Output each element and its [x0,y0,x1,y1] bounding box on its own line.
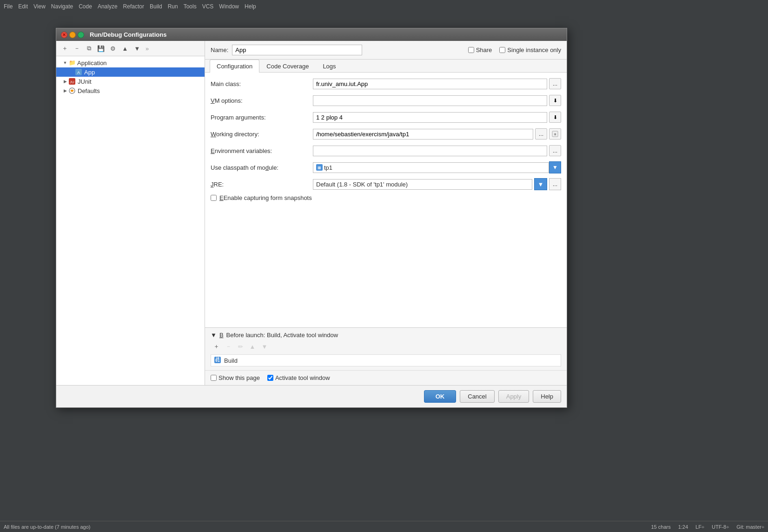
menu-help[interactable]: Help [245,3,256,10]
settings-config-button[interactable]: ⚙ [107,43,119,54]
remove-config-button[interactable]: － [71,43,82,54]
tree-item-junit[interactable]: ▶ JU JUnit [56,77,205,86]
jre-value: Default (1.8 - SDK of 'tp1' module) [316,181,408,188]
vm-options-input[interactable] [313,95,547,106]
working-dir-label: Working directory: [211,131,313,138]
svg-text:A: A [77,70,80,75]
tree-item-defaults[interactable]: ▶ Defaults [56,86,205,95]
launch-edit-button[interactable]: ✏ [235,341,246,352]
vm-options-expand-button[interactable]: ⬇ [549,95,561,106]
share-checkbox[interactable] [468,47,474,53]
move-up-button[interactable]: ▲ [119,43,131,54]
menu-vcs[interactable]: VCS [202,3,214,10]
single-instance-checkbox[interactable] [499,47,505,53]
menu-navigate[interactable]: Navigate [51,3,73,10]
working-dir-row: Working directory: … ⊞ [211,127,561,140]
classpath-value: tp1 [324,164,332,171]
launch-up-button[interactable]: ▲ [247,341,258,352]
right-panel: Name: Share Single instance only Configu… [205,41,567,385]
capture-rest: Enable capturing form snapshots [224,194,312,201]
program-args-expand-button[interactable]: ⬇ [549,112,561,123]
help-button[interactable]: Help [533,390,561,403]
tree-item-application[interactable]: ▼ 📁 Application [56,58,205,67]
name-row: Name: Share Single instance only [205,41,567,60]
menu-edit[interactable]: Edit [18,3,28,10]
single-instance-checkbox-label[interactable]: Single instance only [499,47,561,53]
capture-snapshots-checkbox[interactable] [211,195,217,201]
show-page-checkbox[interactable] [211,375,217,381]
single-instance-label: Single instance only [507,47,561,53]
program-args-input[interactable] [313,112,547,123]
main-class-browse-button[interactable]: … [549,78,561,89]
before-launch-header[interactable]: ▼ BBefore launch: Build, Activate tool w… [211,332,561,339]
expand-arrow-application[interactable]: ▼ [62,60,68,65]
classpath-row: Use classpath of module: ▦ tp1 ▼ [211,161,561,174]
apply-button[interactable]: Apply [498,390,530,403]
save-config-button[interactable]: 💾 [95,43,106,54]
cancel-button[interactable]: Cancel [460,390,494,403]
classpath-u: d [265,164,269,171]
classpath-select-display: ▦ tp1 [313,162,549,173]
ok-button[interactable]: OK [424,390,457,403]
status-bar: All files are up-to-date (7 minutes ago)… [0,521,768,532]
add-config-button[interactable]: ＋ [59,43,70,54]
status-chars: 15 chars [651,524,670,530]
maximize-button[interactable] [78,32,84,38]
env-vars-browse-button[interactable]: … [549,145,561,156]
menu-build[interactable]: Build [150,3,162,10]
working-dir-input-wrap: … ⊞ [313,128,561,140]
menu-run[interactable]: Run [168,3,178,10]
launch-remove-button[interactable]: － [223,341,234,352]
jre-display: Default (1.8 - SDK of 'tp1' module) [313,179,532,190]
tab-configuration[interactable]: Configuration [210,60,259,73]
menu-code[interactable]: Code [79,3,92,10]
status-git: Git: master÷ [736,524,764,530]
working-dir-browse-button[interactable]: … [535,128,547,140]
capture-u: E [219,194,224,201]
share-area: Share Single instance only [468,47,561,53]
env-vars-input[interactable] [313,146,547,156]
jre-more-button[interactable]: … [549,178,561,190]
menu-tools[interactable]: Tools [184,3,197,10]
build-icon: 01 10 [214,356,221,365]
before-u: B [219,332,224,339]
collapse-arrow: ▼ [211,332,217,339]
tab-logs[interactable]: Logs [316,60,343,73]
left-panel: ＋ － ⧉ 💾 ⚙ ▲ ▼ » ▼ 📁 Application [56,41,205,385]
env-vars-label: Environment variables: [211,147,313,154]
status-encoding: UTF-8÷ [712,524,729,530]
tab-code-coverage[interactable]: Code Coverage [259,60,316,73]
show-activate-row: Show this page Activate tool window [205,370,567,385]
show-page-label[interactable]: Show this page [211,374,260,381]
working-dir-macro-button[interactable]: ⊞ [549,128,561,140]
share-checkbox-label[interactable]: Share [468,47,492,53]
main-class-row: Main class: … [211,77,561,90]
menu-window[interactable]: Window [219,3,239,10]
activate-tool-window-label[interactable]: Activate tool window [267,374,330,381]
vm-options-input-wrap: ⬇ [313,95,561,106]
minimize-button[interactable] [69,32,76,38]
copy-config-button[interactable]: ⧉ [83,43,94,54]
jre-dropdown-button[interactable]: ▼ [534,178,547,190]
config-toolbar: ＋ － ⧉ 💾 ⚙ ▲ ▼ » [56,41,205,56]
menu-refactor[interactable]: Refactor [123,3,144,10]
jre-label: JRE: [211,181,313,188]
env-rest: nvironment variables: [215,147,272,154]
launch-down-button[interactable]: ▼ [259,341,270,352]
activate-tool-window-checkbox[interactable] [267,375,273,381]
expand-arrow-junit[interactable]: ▶ [62,79,68,84]
move-down-button[interactable]: ▼ [132,43,143,54]
main-class-input[interactable] [313,79,547,89]
working-dir-input[interactable] [313,129,533,140]
menu-file[interactable]: File [4,3,13,10]
expand-arrow-defaults[interactable]: ▶ [62,88,68,93]
tree-item-app[interactable]: A App [56,67,205,77]
menu-analyze[interactable]: Analyze [98,3,118,10]
name-input[interactable] [232,45,362,55]
before-rest: Before launch: Build, Activate tool wind… [226,332,338,339]
classpath-dropdown-button[interactable]: ▼ [549,161,561,173]
close-button[interactable]: ✕ [61,32,67,38]
launch-add-button[interactable]: ＋ [211,341,222,352]
menu-view[interactable]: View [33,3,46,10]
tabs-bar: Configuration Code Coverage Logs [205,60,567,73]
